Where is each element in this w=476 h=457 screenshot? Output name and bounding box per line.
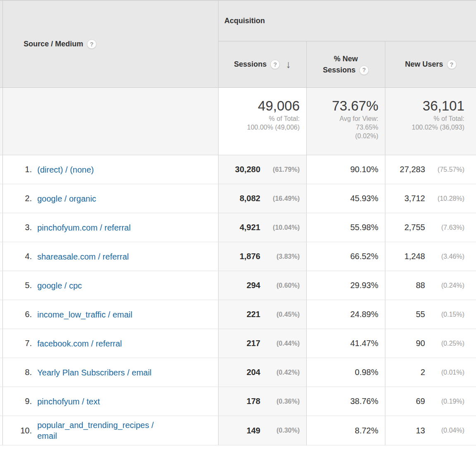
sessions-percent: (0.30%) [260, 427, 300, 434]
table-row: 2. google / organic 8,082 (16.49%) 45.93… [0, 184, 476, 213]
new-users-value: 13 [416, 426, 425, 435]
new-users-cell: 13 (0.04%) [385, 416, 476, 445]
new-users-value: 90 [416, 339, 425, 348]
sessions-cell: 30,280 (61.79%) [219, 155, 307, 184]
table-row: 8. Yearly Plan Subscribers / email 204 (… [0, 358, 476, 387]
left-gutter [0, 329, 3, 358]
source-medium-link[interactable]: facebook.com / referral [37, 338, 122, 349]
source-medium-link[interactable]: (direct) / (none) [37, 164, 94, 175]
sessions-total-detail: 100.00% (49,006) [219, 123, 300, 132]
sort-descending-icon[interactable]: ↓ [286, 59, 291, 70]
pct-new-sessions-cell: 8.72% [307, 416, 385, 445]
left-gutter [0, 300, 3, 329]
pct-new-sessions-cell: 55.98% [307, 213, 385, 242]
new-users-cell: 27,283 (75.57%) [385, 155, 476, 184]
dimension-cell: 2. google / organic [3, 184, 219, 213]
new-users-value: 2 [421, 368, 425, 377]
pct-new-sessions-detail: 73.65% [307, 123, 378, 132]
dimension-cell: 1. (direct) / (none) [3, 155, 219, 184]
pct-new-sessions-header-label[interactable]: % New Sessions? [319, 53, 373, 76]
pct-new-sessions-value: 29.93% [350, 281, 378, 290]
table-row: 10. popular_and_trending_recipes / email… [0, 416, 476, 445]
left-gutter [0, 387, 3, 416]
summary-dimension-cell [3, 88, 219, 155]
acquisition-table: Source / Medium ? Acquisition Sessions ?… [0, 0, 476, 450]
acquisition-group: Acquisition Sessions ? ↓ % New Sessions?… [219, 1, 476, 87]
sessions-total-caption: % of Total: [219, 114, 300, 123]
dimension-header-label[interactable]: Source / Medium [24, 40, 83, 48]
source-medium-link[interactable]: income_low_traffic / email [37, 309, 132, 320]
sessions-header-label[interactable]: Sessions [234, 60, 267, 69]
sessions-percent: (0.44%) [260, 340, 300, 347]
source-medium-link[interactable]: pinchofyum.com / referral [37, 222, 131, 233]
sessions-value: 204 [247, 368, 260, 377]
dimension-cell: 5. google / cpc [3, 271, 219, 300]
new-users-cell: 1,248 (3.46%) [385, 242, 476, 271]
source-medium-link[interactable]: popular_and_trending_recipes / email [37, 420, 161, 441]
left-gutter [0, 184, 3, 213]
left-gutter [0, 358, 3, 387]
row-rank: 7. [3, 339, 32, 348]
row-rank: 5. [3, 281, 32, 290]
sessions-value: 30,280 [235, 165, 260, 174]
sessions-value: 8,082 [240, 194, 260, 203]
pct-new-sessions-cell: 66.52% [307, 242, 385, 271]
help-icon[interactable]: ? [270, 60, 280, 69]
help-icon[interactable]: ? [447, 60, 457, 69]
sessions-percent: (61.79%) [260, 166, 300, 173]
column-header-sessions[interactable]: Sessions ? ↓ [219, 41, 307, 87]
pct-new-sessions-delta: (0.02%) [307, 132, 378, 140]
new-users-value: 27,283 [400, 165, 425, 174]
pct-new-sessions-value: 41.47% [350, 339, 378, 348]
left-gutter [0, 1, 3, 87]
pct-new-sessions-cell: 29.93% [307, 271, 385, 300]
sessions-total: 49,006 [219, 98, 300, 114]
source-medium-link[interactable]: shareasale.com / referral [37, 251, 129, 262]
new-users-value: 3,712 [404, 194, 425, 203]
sessions-value: 178 [247, 397, 260, 406]
new-users-header-label[interactable]: New Users [405, 60, 443, 69]
new-users-total-caption: % of Total: [385, 114, 464, 123]
source-medium-link[interactable]: google / organic [37, 193, 96, 204]
source-medium-link[interactable]: pinchofyum / text [37, 396, 100, 407]
sessions-cell: 8,082 (16.49%) [219, 184, 307, 213]
table-row: 1. (direct) / (none) 30,280 (61.79%) 90.… [0, 155, 476, 184]
new-users-cell: 88 (0.24%) [385, 271, 476, 300]
pct-new-sessions-cell: 41.47% [307, 329, 385, 358]
bottom-gap [0, 445, 476, 450]
pct-new-sessions-value: 66.52% [350, 252, 378, 261]
new-users-cell: 2,755 (7.63%) [385, 213, 476, 242]
pct-new-sessions-value: 8.72% [355, 426, 378, 435]
pct-new-sessions-caption: Avg for View: [307, 114, 378, 123]
column-header-pct-new-sessions[interactable]: % New Sessions? [307, 41, 385, 87]
source-medium-link[interactable]: Yearly Plan Subscribers / email [37, 367, 151, 378]
left-gutter [0, 88, 3, 155]
table-row: 9. pinchofyum / text 178 (0.36%) 38.76% … [0, 387, 476, 416]
row-rank: 4. [3, 252, 32, 261]
sessions-value: 1,876 [240, 252, 260, 261]
left-gutter [0, 155, 3, 184]
row-rank: 1. [3, 165, 32, 174]
help-icon[interactable]: ? [87, 39, 96, 49]
pct-new-sessions-value: 24.89% [350, 310, 378, 319]
left-gutter [0, 416, 3, 445]
pct-new-sessions-cell: 0.98% [307, 358, 385, 387]
new-users-total: 36,101 [385, 98, 464, 114]
sessions-percent: (0.36%) [260, 398, 300, 405]
dimension-column-header[interactable]: Source / Medium ? [3, 1, 219, 87]
sessions-cell: 204 (0.42%) [219, 358, 307, 387]
column-header-new-users[interactable]: New Users ? [385, 41, 476, 87]
new-users-percent: (0.04%) [425, 427, 464, 434]
sessions-percent: (16.49%) [260, 195, 300, 202]
dimension-cell: 3. pinchofyum.com / referral [3, 213, 219, 242]
sessions-cell: 4,921 (10.04%) [219, 213, 307, 242]
dimension-cell: 9. pinchofyum / text [3, 387, 219, 416]
metric-headers: Sessions ? ↓ % New Sessions? New Users ? [219, 41, 476, 87]
new-users-cell: 3,712 (10.28%) [385, 184, 476, 213]
row-rank: 3. [3, 223, 32, 232]
table-header: Source / Medium ? Acquisition Sessions ?… [0, 1, 476, 88]
dimension-cell: 6. income_low_traffic / email [3, 300, 219, 329]
sessions-value: 221 [247, 310, 260, 319]
help-icon[interactable]: ? [359, 65, 369, 75]
source-medium-link[interactable]: google / cpc [37, 280, 82, 291]
